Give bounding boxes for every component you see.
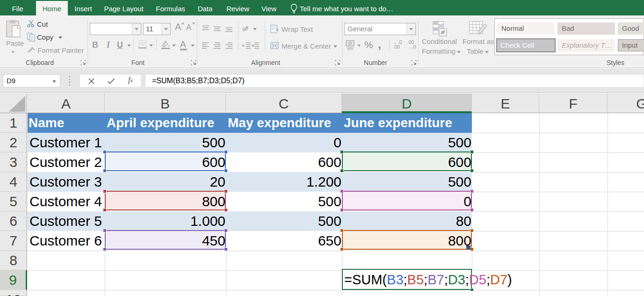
svg-text:ab: ab: [242, 26, 248, 31]
